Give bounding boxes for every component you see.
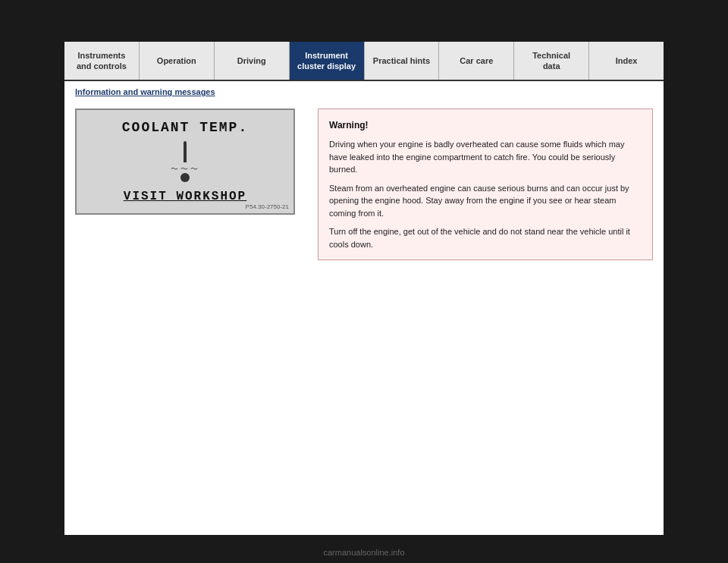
warning-box: Warning! Driving when your engine is bad… <box>318 109 653 260</box>
tab-car-care[interactable]: Car care <box>439 42 514 80</box>
therm-stem <box>184 141 187 162</box>
thermometer-icon: 〜〜〜 <box>171 141 200 182</box>
tab-practical-hints[interactable]: Practical hints <box>365 42 440 80</box>
tab-index[interactable]: Index <box>589 42 664 80</box>
warning-paragraph-3: Turn off the engine, get out of the vehi… <box>329 225 642 250</box>
tab-technical-data[interactable]: Technical data <box>514 42 589 80</box>
tab-instruments[interactable]: Instruments and controls <box>64 42 140 80</box>
right-panel: Warning! Driving when your engine is bad… <box>318 109 653 260</box>
tab-operation[interactable]: Operation <box>140 42 215 80</box>
display-line1: COOLANT TEMP. <box>122 120 248 135</box>
watermark-text: carmanualsonline.info <box>323 548 404 557</box>
section-heading: Information and warning messages <box>64 81 664 101</box>
left-panel: COOLANT TEMP. 〜〜〜 VISIT WORKSHOP P54.30-… <box>75 109 303 260</box>
page-content: Instruments and controls Operation Drivi… <box>64 42 664 535</box>
therm-bulb <box>180 173 190 182</box>
warning-paragraph-2: Steam from an overheated engine can caus… <box>329 182 642 220</box>
watermark-area: carmanualsonline.info <box>0 548 728 557</box>
warning-title: Warning! <box>329 118 642 132</box>
display-ref: P54.30-2750-21 <box>246 203 289 210</box>
tab-driving[interactable]: Driving <box>215 42 290 80</box>
body-area: COOLANT TEMP. 〜〜〜 VISIT WORKSHOP P54.30-… <box>64 101 664 268</box>
display-line2: VISIT WORKSHOP <box>124 190 246 203</box>
tab-instrument-cluster[interactable]: Instrument cluster display <box>290 42 365 80</box>
cluster-display: COOLANT TEMP. 〜〜〜 VISIT WORKSHOP P54.30-… <box>75 109 295 215</box>
nav-tabs: Instruments and controls Operation Drivi… <box>64 42 664 81</box>
warning-paragraph-1: Driving when your engine is badly overhe… <box>329 138 642 176</box>
